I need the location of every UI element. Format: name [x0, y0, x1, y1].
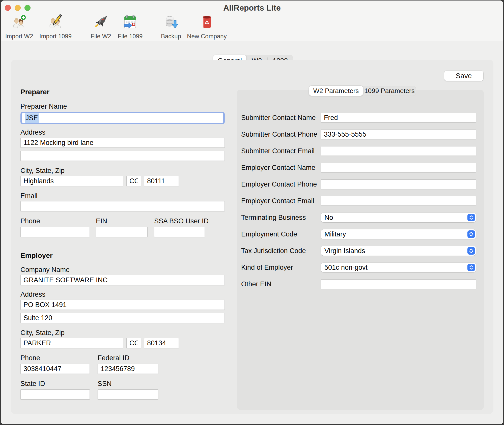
employer-contact-phone-input[interactable] [321, 179, 476, 189]
submitter-contact-name-input[interactable] [321, 113, 476, 123]
terminating-business-label: Terminating Business [241, 214, 321, 222]
employer-csz-row [20, 338, 225, 348]
employer-duo-labels-2: State ID SSN [20, 380, 225, 387]
tax-jurisdiction-code-label: Tax Jurisdiction Code [241, 247, 321, 255]
param-row: Employer Contact Email [237, 196, 484, 206]
employer-address1-input[interactable] [20, 300, 225, 310]
preparer-state-input[interactable] [126, 176, 141, 186]
select-value: Military [324, 230, 346, 238]
selected-text: JSE [25, 113, 39, 123]
select-stepper-icon [467, 247, 475, 255]
preparer-city-input[interactable] [20, 176, 123, 186]
toolbar-label: Import 1099 [39, 33, 72, 40]
terminating-business-select[interactable]: No [321, 213, 476, 222]
other-ein-input[interactable] [321, 279, 476, 289]
toolbar-import-1099-button[interactable]: Import 1099 [39, 14, 72, 40]
preparer-section-title: Preparer [20, 88, 225, 96]
toolbar-label: File W2 [91, 33, 111, 40]
toolbar-backup-button[interactable]: Backup [161, 14, 181, 40]
employer-ssn-label: SSN [98, 380, 112, 388]
employer-zip-input[interactable] [144, 338, 179, 348]
preparer-ssa-label: SSA BSO User ID [154, 217, 209, 225]
employer-csz-label: City, State, Zip [20, 329, 225, 337]
toolbar-file-1099-button[interactable]: File 1099 [118, 14, 143, 40]
preparer-address1-input[interactable] [20, 138, 225, 148]
employer-city-input[interactable] [20, 338, 123, 348]
preparer-ein-input[interactable] [96, 227, 148, 237]
preparer-trio-inputs [20, 227, 225, 237]
preparer-address2-input[interactable] [20, 151, 225, 161]
toolbar-file-w2-button[interactable]: File W2 [91, 14, 111, 40]
employer-contact-email-label: Employer Contact Email [241, 197, 321, 205]
employer-ssn-input[interactable] [98, 389, 158, 400]
preparer-name-input[interactable]: JSE [20, 112, 225, 124]
employer-company-input[interactable] [20, 275, 225, 285]
employer-contact-name-label: Employer Contact Name [241, 164, 321, 172]
general-panel: Save Preparer Preparer Name JSE Address … [11, 60, 493, 414]
employer-contact-name-input[interactable] [321, 163, 476, 172]
employer-contact-email-input[interactable] [321, 196, 476, 206]
employer-duo-inputs-2 [20, 389, 225, 400]
submitter-contact-email-input[interactable] [321, 146, 476, 156]
select-value: No [324, 214, 333, 222]
employer-duo-labels-1: Phone Federal ID [20, 354, 225, 362]
submitter-contact-name-label: Submitter Contact Name [241, 114, 321, 122]
toolbar-new-company-button[interactable]: New Company [187, 14, 227, 40]
employer-federal-input[interactable] [98, 364, 158, 374]
submitter-contact-phone-label: Submitter Contact Phone [241, 131, 321, 138]
employer-state-input[interactable] [126, 338, 141, 348]
param-row: Other EIN [237, 279, 484, 289]
param-row: Employer Contact Phone [237, 179, 484, 189]
preparer-phone-label: Phone [20, 217, 40, 225]
preparer-ein-label: EIN [96, 217, 107, 225]
parameters-tab-bar: W2 Parameters 1099 Parameters [309, 86, 416, 96]
param-row: Submitter Contact Email [237, 146, 484, 156]
preparer-address-label: Address [20, 129, 225, 136]
employer-federal-label: Federal ID [98, 354, 129, 362]
preparer-employer-form: Preparer Preparer Name JSE Address City,… [20, 88, 225, 400]
tab-1099-parameters[interactable]: 1099 Parameters [363, 86, 416, 96]
select-value: 501c non-govt [324, 264, 368, 271]
param-row: Tax Jurisdiction Code Virgin Islands [237, 246, 484, 256]
toolbar-import-w2-button[interactable]: Import W2 [5, 14, 33, 40]
preparer-csz-row [20, 176, 225, 186]
database-backup-icon [163, 14, 179, 31]
employer-address2-input[interactable] [20, 313, 225, 323]
preparer-ssa-input[interactable] [154, 227, 205, 237]
select-stepper-icon [467, 230, 475, 238]
employer-company-label: Company Name [20, 266, 225, 274]
app-window: AllReports Lite Import W2 [1, 1, 503, 424]
employment-code-label: Employment Code [241, 230, 321, 238]
titlebar: AllReports Lite Import W2 [1, 1, 503, 41]
employer-phone-input[interactable] [20, 364, 90, 374]
employer-stateid-input[interactable] [20, 389, 90, 400]
calendar-icon [123, 14, 138, 31]
employment-code-select[interactable]: Military [321, 229, 476, 239]
employer-address-label: Address [20, 291, 225, 298]
rocket-icon [93, 14, 108, 31]
kind-of-employer-select[interactable]: 501c non-govt [321, 263, 476, 272]
tab-w2-parameters[interactable]: W2 Parameters [309, 86, 363, 96]
toolbar-label: New Company [187, 33, 227, 40]
import-w2-icon [12, 14, 27, 31]
preparer-zip-input[interactable] [144, 176, 179, 186]
recycle-bin-icon [199, 14, 214, 31]
preparer-email-label: Email [20, 192, 225, 200]
preparer-email-input[interactable] [20, 201, 225, 211]
parameters-panel: W2 Parameters 1099 Parameters Submitter … [237, 90, 484, 410]
preparer-phone-input[interactable] [20, 227, 90, 237]
submitter-contact-phone-input[interactable] [321, 130, 476, 139]
other-ein-label: Other EIN [241, 280, 321, 288]
select-value: Virgin Islands [324, 247, 365, 255]
select-stepper-icon [467, 264, 475, 271]
param-row: Submitter Contact Name [237, 113, 484, 123]
tax-jurisdiction-code-select[interactable]: Virgin Islands [321, 246, 476, 256]
employer-stateid-label: State ID [20, 380, 45, 388]
select-stepper-icon [467, 214, 475, 221]
submitter-contact-email-label: Submitter Contact Email [241, 147, 321, 155]
kind-of-employer-label: Kind of Employer [241, 264, 321, 271]
toolbar-label: Import W2 [5, 33, 33, 40]
save-button[interactable]: Save [444, 71, 483, 81]
employer-section-title: Employer [20, 252, 225, 259]
employer-contact-phone-label: Employer Contact Phone [241, 180, 321, 188]
